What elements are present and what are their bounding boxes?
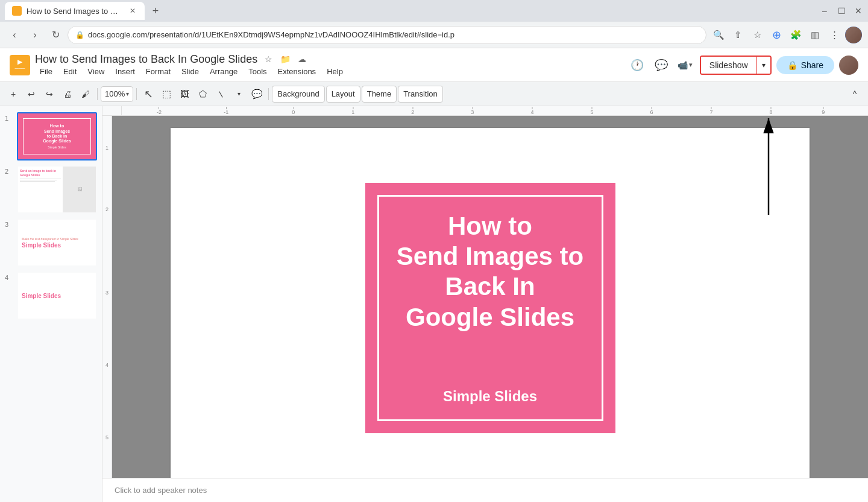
- slideshow-dropdown-button[interactable]: ▾: [757, 57, 770, 74]
- slide-item-3[interactable]: 3 Make the text transparent in Simple Sl…: [5, 218, 97, 267]
- minimize-button[interactable]: –: [820, 6, 829, 16]
- profile-avatar[interactable]: [845, 27, 862, 43]
- browser-toolbar: ‹ › ↻ 🔒 docs.google.com/presentation/d/1…: [0, 22, 868, 48]
- image-tool[interactable]: 🖼: [176, 86, 193, 103]
- browser-share-icon[interactable]: ⇧: [729, 27, 746, 43]
- background-button[interactable]: Background: [272, 86, 324, 103]
- browser-tab[interactable]: How to Send Images to Back In G... ✕: [5, 2, 145, 20]
- zoom-level-selector[interactable]: 100% ▾: [101, 86, 133, 102]
- menu-edit[interactable]: Edit: [58, 66, 81, 77]
- slideshow-btn-group: Slideshow ▾: [700, 56, 772, 75]
- close-button[interactable]: ✕: [854, 6, 863, 16]
- ruler-mark-2: 2: [411, 107, 414, 115]
- slide-2-title: Send an image to back in Google Slides: [20, 169, 61, 177]
- slide-thumb-1[interactable]: How toSend Imagesto Back InGoogle Slides…: [17, 112, 97, 160]
- slide-item-4[interactable]: 4 Simple Slides: [5, 272, 97, 320]
- cloud-icon[interactable]: ☁: [296, 53, 308, 65]
- zoom-in-button[interactable]: +: [5, 86, 22, 103]
- new-tab-button[interactable]: +: [147, 2, 164, 19]
- google-account-icon[interactable]: ⊕: [768, 27, 785, 43]
- browser-search-icon[interactable]: 🔍: [710, 27, 727, 43]
- menu-file[interactable]: File: [35, 66, 57, 77]
- menu-slide[interactable]: Slide: [177, 66, 204, 77]
- slide-1-background: How toSend Imagesto Back InGoogle Slides…: [18, 113, 96, 159]
- back-button[interactable]: ‹: [6, 27, 23, 43]
- slide-number-2: 2: [5, 168, 13, 175]
- ruler-mark-8: 8: [770, 107, 773, 115]
- zoom-level-value: 100%: [105, 89, 125, 98]
- slide-2-body: [20, 179, 61, 182]
- slide-4-background: Simple Slides: [18, 273, 96, 319]
- slide-1-inner: How toSend Imagesto Back InGoogle Slides…: [23, 118, 91, 154]
- theme-button[interactable]: Theme: [362, 86, 397, 103]
- tab-close-button[interactable]: ✕: [128, 6, 137, 16]
- meet-icon[interactable]: 📹 ▾: [676, 56, 695, 75]
- redo-button[interactable]: ↪: [41, 86, 58, 103]
- star-icon[interactable]: ☆: [262, 53, 274, 65]
- select-frame-tool[interactable]: ⬚: [158, 86, 175, 103]
- paint-format-button[interactable]: 🖌: [77, 86, 94, 103]
- comments-icon[interactable]: 💬: [652, 56, 671, 75]
- slide-thumb-3[interactable]: Make the text transparent in Simple Slid…: [17, 218, 97, 267]
- ruler-mark-1: 1: [351, 107, 354, 115]
- extension-icon[interactable]: 🧩: [787, 27, 804, 43]
- lock-icon: 🔒: [787, 60, 797, 70]
- slide-canvas[interactable]: How toSend Images toBack InGoogle Slides…: [171, 128, 810, 478]
- comment-tool[interactable]: 💬: [248, 86, 265, 103]
- slide-main-content: How toSend Images toBack InGoogle Slides…: [171, 128, 810, 478]
- tab-title: How to Send Images to Back In G...: [27, 7, 123, 16]
- slide-thumb-2[interactable]: Send an image to back in Google Slides 🖼: [17, 165, 97, 214]
- browser-frame: How to Send Images to Back In G... ✕ + –…: [0, 0, 868, 502]
- ruler-mark-5: 5: [590, 107, 593, 115]
- print-button[interactable]: 🖨: [59, 86, 76, 103]
- user-avatar[interactable]: [839, 56, 858, 75]
- shape-tool[interactable]: ⬠: [194, 86, 211, 103]
- url-text: docs.google.com/presentation/d/1UEtKEn9X…: [88, 30, 699, 39]
- refresh-button[interactable]: ↻: [47, 27, 64, 43]
- vruler-1: 1: [102, 145, 112, 151]
- transition-button[interactable]: Transition: [398, 86, 443, 103]
- app-header: ▶─── How to Send Images to Back In Googl…: [0, 48, 868, 82]
- slide-thumb-4[interactable]: Simple Slides: [17, 272, 97, 320]
- line-dropdown[interactable]: ▾: [230, 86, 247, 103]
- vruler-4: 4: [102, 362, 112, 368]
- speaker-notes[interactable]: Click to add speaker notes: [102, 478, 868, 502]
- slide-item-1[interactable]: 1 How toSend Imagesto Back InGoogle Slid…: [5, 112, 97, 160]
- history-icon[interactable]: 🕐: [627, 56, 647, 75]
- menu-format[interactable]: Format: [141, 66, 175, 77]
- browser-menu-icon[interactable]: ⋮: [826, 27, 843, 43]
- select-tool[interactable]: ↖: [140, 86, 157, 103]
- side-panel-icon[interactable]: ▥: [807, 27, 823, 43]
- layout-button[interactable]: Layout: [326, 86, 360, 103]
- share-button[interactable]: 🔒 Share: [776, 56, 834, 74]
- line-tool[interactable]: /: [209, 82, 233, 106]
- menu-insert[interactable]: Insert: [110, 66, 140, 77]
- menu-extensions[interactable]: Extensions: [273, 66, 321, 77]
- slide-2-background: Send an image to back in Google Slides 🖼: [18, 167, 96, 212]
- app-title: How to Send Images to Back In Google Sli…: [35, 53, 257, 66]
- menu-view[interactable]: View: [83, 66, 109, 77]
- header-right: 🕐 💬 📹 ▾ Slideshow ▾ 🔒 Share: [627, 56, 858, 75]
- ruler-mark-0: 0: [292, 107, 295, 115]
- folder-icon[interactable]: 📁: [279, 53, 291, 65]
- menu-tools[interactable]: Tools: [244, 66, 271, 77]
- browser-bookmark-icon[interactable]: ☆: [749, 27, 766, 43]
- slideshow-button[interactable]: Slideshow: [701, 57, 757, 74]
- canvas-area: -2 -1 0 1 2 3 4 5 6 7 8 9: [102, 106, 868, 502]
- toolbar-divider-2: [136, 88, 137, 100]
- menu-help[interactable]: Help: [322, 66, 348, 77]
- menu-arrange[interactable]: Arrange: [205, 66, 242, 77]
- collapse-toolbar-button[interactable]: ^: [846, 86, 863, 103]
- slide-3-subtitle: Simple Slides: [22, 242, 61, 249]
- url-bar[interactable]: 🔒 docs.google.com/presentation/d/1UEtKEn…: [68, 26, 706, 44]
- maximize-button[interactable]: ☐: [837, 6, 846, 16]
- main-slide-title: How toSend Images toBack InGoogle Slides: [397, 211, 583, 333]
- vruler-2: 2: [102, 206, 112, 212]
- ruler-h-inner: -2 -1 0 1 2 3 4 5 6 7 8 9: [122, 106, 868, 115]
- titlebar-controls: – ☐ ✕: [820, 6, 863, 16]
- horizontal-ruler: -2 -1 0 1 2 3 4 5 6 7 8 9: [102, 106, 868, 116]
- vertical-ruler: 1 2 3 4 5: [102, 116, 112, 478]
- slide-item-2[interactable]: 2 Send an image to back in Google Slides: [5, 165, 97, 214]
- forward-button[interactable]: ›: [27, 27, 43, 43]
- undo-button[interactable]: ↩: [23, 86, 40, 103]
